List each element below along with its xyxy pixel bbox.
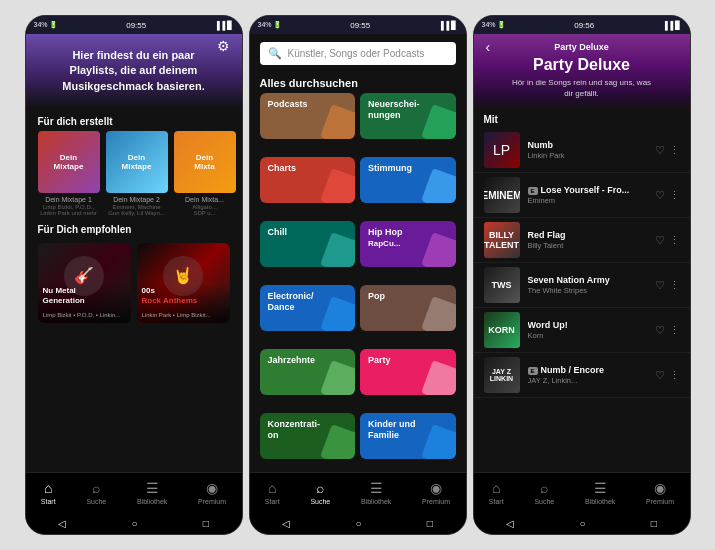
status-time: 09:56 [574,21,594,30]
nav-search[interactable]: ⌕ Suche [86,480,106,505]
track-art-wordup: KORN [484,312,520,348]
nav-search-label-3: Suche [534,498,554,505]
phone-party: 34% 🔋 09:56 ▐▐ ▊ ‹ Party Deluxe Party De… [473,15,691,535]
recommended-row: 🎸 Nu MetalGeneration Limp Bizkit • P.O.D… [26,243,242,323]
heart-icon-wordup[interactable]: ♡ [655,324,665,337]
more-icon-numbencore[interactable]: ⋮ [669,369,680,382]
party-content: ‹ Party Deluxe Party Deluxe Hör in die S… [474,34,690,472]
search-icon-2: ⌕ [316,480,324,496]
track-artist-redflag: Billy Talent [528,241,647,250]
rec-card-rock[interactable]: 🤘 00sRock Anthems Linkin Park • Limp Biz… [137,243,230,323]
cat-stimmung-label: Stimmung [368,163,412,174]
cat-chill[interactable]: Chill [260,221,356,267]
rec-card-nu-metal-title: Nu MetalGeneration [43,286,126,305]
more-icon-seven[interactable]: ⋮ [669,279,680,292]
track-name-numbencore: ENumb / Encore [528,365,647,375]
track-info-numbencore: ENumb / Encore JAY Z, Linkin... [528,365,647,385]
rec-card-nu-metal[interactable]: 🎸 Nu MetalGeneration Limp Bizkit • P.O.D… [38,243,131,323]
more-icon-wordup[interactable]: ⋮ [669,324,680,337]
nav-search-3[interactable]: ⌕ Suche [534,480,554,505]
cat-jahrzehnte[interactable]: Jahrzehnte [260,349,356,395]
recents-btn-2[interactable]: □ [427,518,433,529]
mixtape-label-2: Dein Mixtape 2 [106,196,168,203]
back-btn-3[interactable]: ◁ [506,518,514,529]
mixtape-art-2: DeinMixtape [106,131,168,193]
search-bar-icon: 🔍 [268,47,282,60]
settings-icon[interactable]: ⚙ [217,38,230,54]
nav-search-label-2: Suche [310,498,330,505]
track-item-wordup[interactable]: KORN Word Up! Korn ♡ ⋮ [474,308,690,353]
cat-podcasts[interactable]: Podcasts [260,93,356,139]
search-content: 🔍 Künstler, Songs oder Podcasts Alles du… [250,34,466,472]
nav-premium-3[interactable]: ◉ Premium [646,480,674,505]
more-icon-eminem[interactable]: ⋮ [669,189,680,202]
track-info-numb: Numb Linkin Park [528,140,647,160]
cat-stimmung[interactable]: Stimmung [360,157,456,203]
nav-start-2[interactable]: ⌂ Start [265,480,280,505]
rec-card-rock-title: 00sRock Anthems [142,286,225,305]
mixtape-row: DeinMixtape Dein Mixtape 1 Limp Bizkit, … [26,131,242,216]
back-btn[interactable]: ◁ [58,518,66,529]
home-btn-2[interactable]: ○ [355,518,361,529]
recents-btn-3[interactable]: □ [651,518,657,529]
mixtape-card-1[interactable]: DeinMixtape Dein Mixtape 1 Limp Bizkit, … [38,131,100,216]
more-icon-numb[interactable]: ⋮ [669,144,680,157]
heart-icon-redflag[interactable]: ♡ [655,234,665,247]
heart-icon-numb[interactable]: ♡ [655,144,665,157]
more-icon-redflag[interactable]: ⋮ [669,234,680,247]
nav-library-3[interactable]: ☰ Bibliothek [585,480,615,505]
track-item-redflag[interactable]: BILLYTALENT Red Flag Billy Talent ♡ ⋮ [474,218,690,263]
track-item-numb[interactable]: LP Numb Linkin Park ♡ ⋮ [474,128,690,173]
section-recommended: Für Dich empfohlen [26,216,242,239]
cat-podcasts-label: Podcasts [268,99,308,110]
track-item-eminem[interactable]: EMINEM ELose Yourself - Fro... Eminem ♡ … [474,173,690,218]
nav-search-2[interactable]: ⌕ Suche [310,480,330,505]
cat-new-releases[interactable]: Neuerschei-nungen [360,93,456,139]
track-item-seven[interactable]: TWS Seven Nation Army The White Stripes … [474,263,690,308]
nav-premium-2[interactable]: ◉ Premium [422,480,450,505]
search-bar-placeholder: Künstler, Songs oder Podcasts [288,48,425,59]
heart-icon-seven[interactable]: ♡ [655,279,665,292]
nav-start-3[interactable]: ⌂ Start [489,480,504,505]
track-actions-eminem: ♡ ⋮ [655,189,680,202]
cat-kinder[interactable]: Kinder undFamilie [360,413,456,459]
android-nav-search: ◁ ○ □ [250,512,466,534]
phone-search: 34% 🔋 09:55 ▐▐ ▊ 🔍 Künstler, Songs oder … [249,15,467,535]
search-bar[interactable]: 🔍 Künstler, Songs oder Podcasts [260,42,456,65]
mixtape-art-3: DeinMixta [174,131,236,193]
categories-grid: Podcasts Neuerschei-nungen Charts Stimmu… [250,93,466,472]
cat-electronic[interactable]: Electronic/Dance [260,285,356,331]
mixtape-card-3[interactable]: DeinMixta Dein Mixta... Alligato...SDP u… [174,131,236,216]
heart-icon-eminem[interactable]: ♡ [655,189,665,202]
back-btn-2[interactable]: ◁ [282,518,290,529]
mixtape-label-1: Dein Mixtape 1 [38,196,100,203]
cat-pop[interactable]: Pop [360,285,456,331]
home-btn-3[interactable]: ○ [579,518,585,529]
cat-hiphop[interactable]: Hip HopRapCu... [360,221,456,267]
home-btn[interactable]: ○ [131,518,137,529]
nav-library-2[interactable]: ☰ Bibliothek [361,480,391,505]
cat-konzentration[interactable]: Konzentrati-on [260,413,356,459]
status-icons: ▐▐ ▊ [438,21,458,30]
mixtape-sub-3: Alligato...SDP u... [174,204,236,216]
search-icon-3: ⌕ [540,480,548,496]
recents-btn[interactable]: □ [203,518,209,529]
status-time: 09:55 [350,21,370,30]
nav-premium[interactable]: ◉ Premium [198,480,226,505]
track-actions-numbencore: ♡ ⋮ [655,369,680,382]
cat-party[interactable]: Party [360,349,456,395]
track-artist-wordup: Korn [528,331,647,340]
status-left: 34% 🔋 [34,21,59,29]
nav-library[interactable]: ☰ Bibliothek [137,480,167,505]
heart-icon-numbencore[interactable]: ♡ [655,369,665,382]
track-item-numbencore[interactable]: JAY ZLINKIN ENumb / Encore JAY Z, Linkin… [474,353,690,398]
track-artist-eminem: Eminem [528,196,647,205]
status-bar-party: 34% 🔋 09:56 ▐▐ ▊ [474,16,690,34]
nav-premium-label-2: Premium [422,498,450,505]
browse-title: Alles durchsuchen [250,71,466,93]
party-title: Party Deluxe [486,56,678,74]
mixtape-card-2[interactable]: DeinMixtape Dein Mixtape 2 Eminem, Machi… [106,131,168,216]
cat-charts[interactable]: Charts [260,157,356,203]
nav-start[interactable]: ⌂ Start [41,480,56,505]
back-btn-party[interactable]: ‹ [486,39,491,55]
